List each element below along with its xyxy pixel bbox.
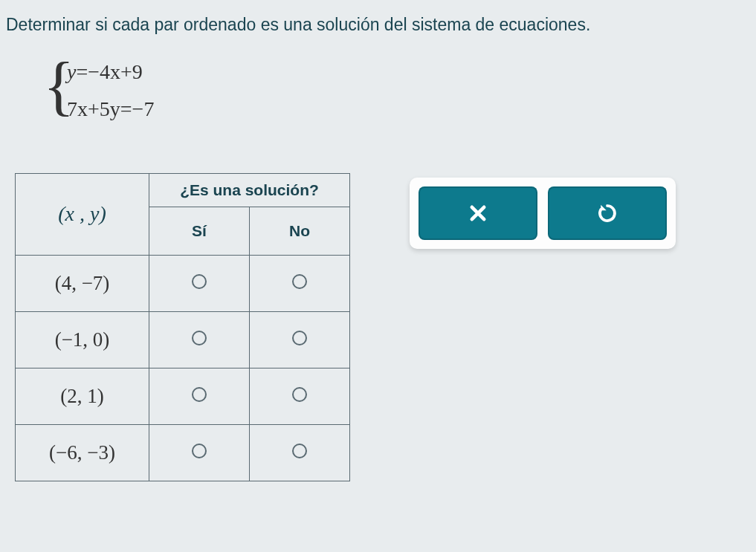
table-row: (−6, −3) — [16, 424, 350, 481]
system-brace: { — [43, 53, 74, 119]
xy-header: (x , y) — [16, 173, 149, 255]
radio-yes[interactable] — [192, 387, 207, 402]
radio-no[interactable] — [292, 331, 307, 345]
table-row: (4, −7) — [16, 255, 350, 311]
radio-yes[interactable] — [192, 331, 207, 345]
equation-2: 7x+5y=−7 — [58, 91, 756, 128]
pair-cell: (2, 1) — [16, 368, 149, 424]
radio-no[interactable] — [292, 444, 307, 458]
question-text: Determinar si cada par ordenado es una s… — [6, 15, 756, 35]
radio-yes[interactable] — [192, 274, 207, 289]
table-row: (−1, 0) — [16, 311, 350, 368]
equation-system: { y=−4x+9 7x+5y=−7 — [58, 53, 756, 129]
yes-header: Sí — [149, 207, 250, 255]
radio-no[interactable] — [292, 274, 307, 289]
table-row: (2, 1) — [16, 368, 350, 424]
close-icon — [468, 203, 488, 224]
close-button[interactable] — [419, 186, 537, 240]
controls-panel — [410, 178, 676, 249]
pair-cell: (−6, −3) — [16, 424, 149, 481]
solution-table: (x , y) ¿Es una solución? Sí No (4, −7) … — [15, 173, 350, 481]
pair-cell: (−1, 0) — [16, 311, 149, 368]
radio-no[interactable] — [292, 387, 307, 402]
no-header: No — [250, 207, 350, 255]
equation-1: y=−4x+9 — [58, 53, 756, 91]
pair-cell: (4, −7) — [16, 255, 149, 311]
solution-header: ¿Es una solución? — [149, 173, 350, 207]
radio-yes[interactable] — [192, 444, 207, 458]
reset-button[interactable] — [548, 186, 667, 240]
reset-icon — [596, 202, 618, 224]
